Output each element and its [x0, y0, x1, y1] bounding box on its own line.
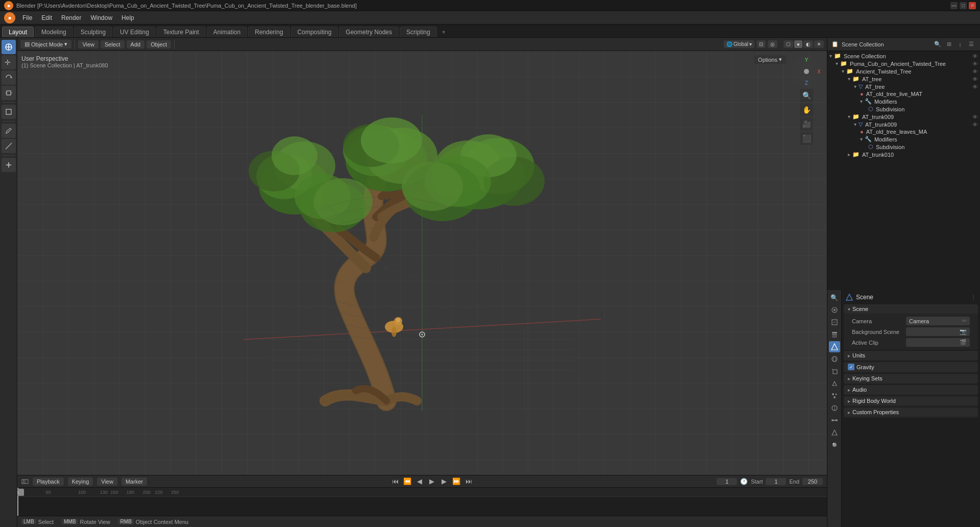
- cursor-tool[interactable]: [2, 40, 16, 54]
- outliner-item-at-tree[interactable]: ▾ ▽ AT_tree 👁: [827, 83, 980, 90]
- current-frame-input[interactable]: 1: [717, 478, 737, 485]
- rigid-body-header[interactable]: ▸ Rigid Body World: [844, 396, 978, 405]
- props-tab-particles[interactable]: [829, 390, 840, 401]
- select-menu[interactable]: Select: [101, 40, 125, 49]
- custom-props-header[interactable]: ▸ Custom Properties: [844, 408, 978, 417]
- tab-rendering[interactable]: Rendering: [248, 27, 289, 37]
- add-object-tool[interactable]: [2, 158, 16, 172]
- outliner-item-puma-cub[interactable]: ▾ 📁 Puma_Cub_on_Ancient_Twisted_Tree 👁: [827, 60, 980, 67]
- transform-tool[interactable]: [2, 105, 16, 119]
- visibility-eye-2[interactable]: 👁: [972, 68, 978, 75]
- object-menu[interactable]: Object: [146, 40, 171, 49]
- prev-keyframe-button[interactable]: ⏪: [402, 476, 412, 487]
- props-tab-render[interactable]: [829, 304, 840, 316]
- snap-tool[interactable]: ⊡: [756, 40, 766, 48]
- outliner-item-trunk009[interactable]: ▾ ▽ AT_trunk009 👁: [827, 121, 980, 128]
- viewport-display-button[interactable]: ⬛: [800, 132, 813, 145]
- tab-sculpting[interactable]: Sculpting: [74, 27, 112, 37]
- maximize-button[interactable]: □: [960, 2, 967, 9]
- outliner-item-leaves-mat[interactable]: ● AT_old_tree_leaves_MA: [827, 128, 980, 135]
- minimize-button[interactable]: —: [950, 2, 958, 9]
- outliner-menu-button[interactable]: ☰: [967, 40, 976, 49]
- add-menu[interactable]: Add: [127, 40, 145, 49]
- visibility-eye-7[interactable]: 👁: [972, 122, 978, 128]
- outliner-item-mat[interactable]: ● AT_old_tree_live_MAT: [827, 90, 980, 98]
- props-search-icon[interactable]: 🔍: [829, 292, 840, 303]
- camera-value[interactable]: Camera ✏: [906, 317, 970, 325]
- annotate-tool[interactable]: [2, 124, 16, 138]
- tab-texture-paint[interactable]: Texture Paint: [157, 27, 206, 37]
- props-tab-view-layer[interactable]: [829, 329, 840, 340]
- outliner-item-trunk009-folder[interactable]: ▾ 📁 AT_trunk009 👁: [827, 113, 980, 121]
- solid-shading[interactable]: ●: [794, 40, 802, 48]
- jump-start-button[interactable]: ⏮: [390, 476, 400, 487]
- visibility-eye-3[interactable]: 👁: [972, 76, 978, 82]
- active-clip-value[interactable]: 🎬: [906, 338, 970, 347]
- object-mode-selector[interactable]: ▤ Object Mode ▾: [20, 40, 71, 49]
- tab-animation[interactable]: Animation: [207, 27, 247, 37]
- outliner-item-modifiers[interactable]: ▾ 🔧 Modifiers: [827, 98, 980, 105]
- timeline-track[interactable]: 1 50 100 130 150 180 200 220 250 1: [17, 488, 827, 516]
- outliner-item-at-tree-folder[interactable]: ▾ 📁 AT_tree 👁: [827, 75, 980, 83]
- background-scene-value[interactable]: 📷: [906, 327, 970, 336]
- outliner-item-subdivision-2[interactable]: ⬡ Subdivision: [827, 143, 980, 151]
- blender-icon[interactable]: ●: [4, 12, 15, 23]
- outliner-item-modifiers-2[interactable]: ▾ 🔧 Modifiers: [827, 135, 980, 143]
- props-tab-object-data[interactable]: [829, 427, 840, 438]
- close-button[interactable]: ✕: [969, 2, 976, 9]
- timeline-view-menu[interactable]: View: [97, 477, 117, 486]
- scale-tool[interactable]: [2, 86, 16, 100]
- menu-help[interactable]: Help: [117, 13, 138, 22]
- tab-scripting[interactable]: Scripting: [400, 27, 437, 37]
- props-tab-world[interactable]: [829, 353, 840, 365]
- menu-render[interactable]: Render: [57, 13, 85, 22]
- props-tab-material[interactable]: [829, 439, 840, 450]
- next-keyframe-button[interactable]: ⏩: [451, 476, 461, 487]
- outliner-item-scene-collection[interactable]: ▾ 📁 Scene Collection 👁: [827, 52, 980, 60]
- props-tab-modifier[interactable]: [829, 378, 840, 389]
- visibility-eye-4[interactable]: 👁: [972, 84, 978, 90]
- props-tab-constraints[interactable]: [829, 415, 840, 426]
- audio-section-header[interactable]: ▸ Audio: [844, 385, 978, 394]
- camera-view-button[interactable]: 🎥: [800, 117, 813, 131]
- keying-sets-header[interactable]: ▸ Keying Sets: [844, 374, 978, 383]
- prev-frame-button[interactable]: ◀: [414, 476, 425, 487]
- tab-geometry-nodes[interactable]: Geometry Nodes: [339, 27, 399, 37]
- play-button[interactable]: ▶: [427, 476, 437, 487]
- outliner-sync-button[interactable]: ↕: [955, 40, 965, 49]
- pan-view-button[interactable]: ✋: [800, 103, 813, 116]
- gravity-checkbox[interactable]: [848, 364, 854, 370]
- material-shading[interactable]: ◐: [803, 40, 813, 48]
- next-frame-button[interactable]: ▶: [439, 476, 449, 487]
- gravity-section-header[interactable]: Gravity: [844, 362, 978, 372]
- tab-layout[interactable]: Layout: [2, 27, 34, 37]
- jump-end-button[interactable]: ⏭: [463, 476, 474, 487]
- measure-tool[interactable]: [2, 139, 16, 153]
- zoom-in-button[interactable]: 🔍: [800, 89, 813, 102]
- props-tab-physics[interactable]: [829, 402, 840, 414]
- rendered-shading[interactable]: ☀: [814, 40, 824, 48]
- visibility-eye-6[interactable]: 👁: [972, 114, 978, 120]
- viewport-shading-global[interactable]: 🌐 Global ▾: [724, 40, 754, 48]
- outliner-filter-button[interactable]: ⊞: [944, 40, 953, 49]
- rotate-tool[interactable]: [2, 70, 16, 85]
- 3d-viewport[interactable]: User Perspective (1) Scene Collection | …: [17, 51, 827, 475]
- add-workspace-button[interactable]: +: [438, 27, 450, 37]
- marker-menu[interactable]: Marker: [121, 477, 147, 486]
- move-tool[interactable]: ✛: [2, 55, 16, 69]
- outliner-item-subdivision[interactable]: ⬡ Subdivision: [827, 105, 980, 113]
- playback-menu[interactable]: Playback: [33, 477, 64, 486]
- end-frame-input[interactable]: 250: [802, 478, 823, 485]
- tab-compositing[interactable]: Compositing: [291, 27, 338, 37]
- orbit-gizmo[interactable]: X Y Z: [791, 56, 822, 87]
- props-tab-object[interactable]: [829, 366, 840, 377]
- props-tab-output[interactable]: [829, 317, 840, 328]
- outliner-search-button[interactable]: 🔍: [933, 40, 942, 49]
- wireframe-shading[interactable]: ⬡: [783, 40, 793, 48]
- outliner-item-trunk010[interactable]: ▸ 📁 AT_trunk010: [827, 151, 980, 158]
- visibility-eye-1[interactable]: 👁: [972, 61, 978, 67]
- props-options-button[interactable]: ⋮: [971, 295, 976, 300]
- start-frame-input[interactable]: 1: [766, 478, 786, 485]
- visibility-eye-0[interactable]: 👁: [972, 53, 978, 59]
- menu-window[interactable]: Window: [86, 13, 116, 22]
